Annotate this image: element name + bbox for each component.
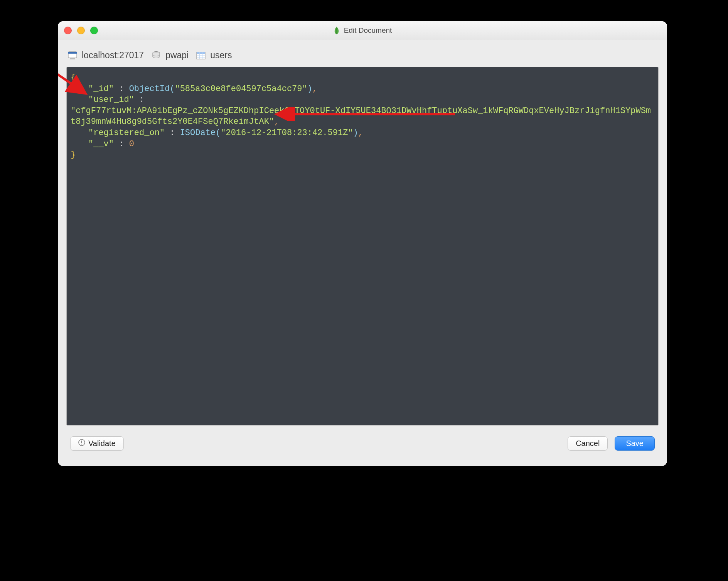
value-v: 0: [129, 139, 134, 149]
cancel-button[interactable]: Cancel: [568, 436, 608, 451]
window-title-text: Edit Document: [344, 26, 392, 35]
warning-icon: [78, 439, 85, 448]
window-content: localhost:27017 pwapi u: [58, 40, 667, 466]
breadcrumb-collection[interactable]: users: [210, 50, 232, 61]
save-button-label: Save: [626, 439, 644, 448]
titlebar: Edit Document: [58, 21, 667, 40]
window-minimize-button[interactable]: [77, 27, 85, 34]
collection-icon: [196, 52, 206, 59]
validate-button[interactable]: Validate: [70, 436, 124, 451]
edit-document-window: Edit Document localhost:27017 pwapi: [58, 21, 667, 466]
document-editor[interactable]: { "_id" : ObjectId("585a3c0e8fe04597c5a4…: [66, 67, 659, 426]
code-open-brace: {: [71, 73, 76, 83]
key-registered-on: "registered_on": [88, 128, 165, 138]
type-objectid: ObjectId(: [129, 84, 175, 94]
value-isodate: "2016-12-21T08:23:42.591Z": [221, 128, 353, 138]
key-id: "_id": [88, 84, 114, 94]
host-icon: [68, 51, 77, 60]
cancel-button-label: Cancel: [576, 439, 600, 448]
breadcrumb-database[interactable]: pwapi: [165, 50, 189, 61]
breadcrumb: localhost:27017 pwapi u: [66, 49, 659, 67]
code-close-brace: }: [71, 150, 76, 160]
breadcrumb-host[interactable]: localhost:27017: [82, 50, 144, 61]
type-isodate: ISODate(: [180, 128, 221, 138]
svg-rect-14: [81, 444, 82, 444]
svg-rect-13: [81, 441, 82, 443]
window-title: Edit Document: [333, 26, 392, 35]
value-objectid: "585a3c0e8fe04597c5a4cc79": [175, 84, 307, 94]
dialog-footer: Validate Cancel Save: [66, 426, 659, 459]
key-user-id: "user_id": [88, 95, 134, 105]
value-user-id: "cfgF77rtuvM:APA91bEgPz_cZONk5gEZKDhpICe…: [71, 106, 651, 127]
validate-button-label: Validate: [88, 439, 116, 448]
save-button[interactable]: Save: [615, 436, 655, 451]
window-zoom-button[interactable]: [90, 27, 98, 34]
mongodb-leaf-icon: [333, 26, 340, 35]
window-close-button[interactable]: [64, 27, 72, 34]
window-controls: [64, 21, 98, 40]
database-icon: [152, 51, 161, 60]
svg-rect-1: [68, 52, 77, 54]
svg-rect-2: [70, 58, 75, 59]
svg-rect-5: [197, 52, 205, 54]
key-v: "__v": [88, 139, 114, 149]
